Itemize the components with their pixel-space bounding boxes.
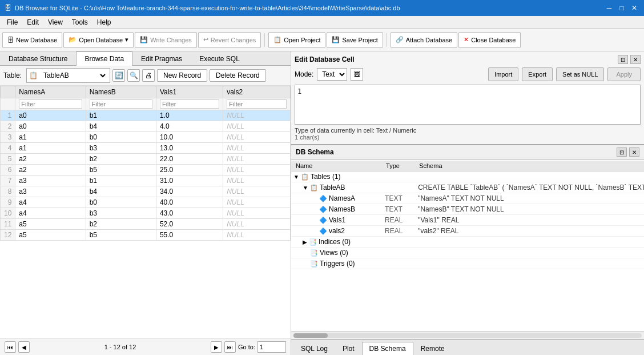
cell-namesb[interactable]: b3 [86, 208, 156, 219]
first-page-button[interactable]: ⏮ [5, 341, 16, 353]
col-header-namesb[interactable]: NamesB [86, 86, 156, 98]
expand-icon[interactable]: ▼ [293, 174, 299, 180]
cell-namesb[interactable]: b0 [86, 197, 156, 208]
close-button[interactable]: ✕ [629, 3, 639, 13]
cell-namesa[interactable]: a1 [15, 132, 86, 143]
filter-button[interactable]: 🔍 [127, 69, 140, 82]
mode-select[interactable]: Text [317, 68, 347, 81]
menu-edit[interactable]: Edit [22, 17, 43, 27]
menu-view[interactable]: View [43, 17, 67, 27]
cell-vals2[interactable]: NULL [223, 154, 291, 165]
cell-namesb[interactable]: b2 [86, 154, 156, 165]
cell-vals1[interactable]: 25.0 [156, 165, 223, 175]
filter-input-namesb[interactable] [90, 99, 152, 109]
next-page-button[interactable]: ▶ [211, 341, 222, 353]
table-select[interactable]: TableAB [39, 69, 107, 82]
col-header-vals1[interactable]: Vals1 [156, 86, 223, 98]
filter-vals2[interactable] [223, 98, 291, 110]
cell-namesb[interactable]: b5 [86, 230, 156, 241]
cell-vals2[interactable]: NULL [223, 230, 291, 241]
prev-page-button[interactable]: ◀ [18, 341, 30, 353]
table-row[interactable]: 3 a1 b0 10.0 NULL [1, 132, 291, 143]
apply-button[interactable]: Apply [607, 67, 641, 81]
cell-vals2[interactable]: NULL [223, 175, 291, 186]
cell-namesb[interactable]: b1 [86, 175, 156, 186]
cell-vals2[interactable]: NULL [223, 197, 291, 208]
cell-vals1[interactable]: 10.0 [156, 132, 223, 143]
cell-vals2[interactable]: NULL [223, 208, 291, 219]
table-row[interactable]: 12 a5 b5 55.0 NULL [1, 230, 291, 241]
cell-vals1[interactable]: 13.0 [156, 143, 223, 154]
open-project-button[interactable]: 📋 Open Project [268, 32, 325, 48]
schema-float-button[interactable]: ⊡ [617, 147, 627, 157]
set-null-button[interactable]: Set as NULL [556, 67, 604, 81]
cell-namesa[interactable]: a4 [15, 197, 86, 208]
img-view-button[interactable]: 🖼 [351, 68, 363, 81]
cell-vals2[interactable]: NULL [223, 186, 291, 197]
filter-namesb[interactable] [86, 98, 156, 110]
schema-row[interactable]: ▼📋Tables (1) [291, 171, 644, 182]
scroll-thumb[interactable] [293, 333, 328, 338]
cell-namesa[interactable]: a2 [15, 165, 86, 175]
table-row[interactable]: 9 a4 b0 40.0 NULL [1, 197, 291, 208]
print-button[interactable]: 🖨 [142, 69, 155, 82]
export-button[interactable]: Export [522, 67, 553, 81]
panel-float-button[interactable]: ⊡ [618, 55, 628, 64]
table-row[interactable]: 11 a5 b2 52.0 NULL [1, 219, 291, 230]
tab-db-schema[interactable]: DB Schema [362, 342, 413, 355]
schema-hscrollbar[interactable] [291, 331, 644, 339]
cell-namesa[interactable]: a1 [15, 143, 86, 154]
cell-vals1[interactable]: 40.0 [156, 197, 223, 208]
cell-namesa[interactable]: a2 [15, 154, 86, 165]
menu-file[interactable]: File [2, 17, 22, 27]
table-row[interactable]: 1 a0 b1 1.0 NULL [1, 110, 291, 121]
filter-namesa[interactable] [15, 98, 86, 110]
cell-vals1[interactable]: 34.0 [156, 186, 223, 197]
cell-namesa[interactable]: a4 [15, 208, 86, 219]
write-changes-button[interactable]: 💾 Write Changes [135, 32, 197, 48]
maximize-button[interactable]: □ [617, 3, 627, 13]
cell-vals2[interactable]: NULL [223, 110, 291, 121]
cell-vals1[interactable]: 4.0 [156, 121, 223, 132]
col-header-namesa[interactable]: NamesA [15, 86, 86, 98]
filter-input-vals1[interactable] [160, 99, 219, 109]
cell-namesa[interactable]: a5 [15, 230, 86, 241]
import-button[interactable]: Import [488, 67, 518, 81]
cell-namesb[interactable]: b4 [86, 121, 156, 132]
table-row[interactable]: 8 a3 b4 34.0 NULL [1, 186, 291, 197]
schema-close-button[interactable]: ✕ [629, 147, 639, 157]
schema-row[interactable]: 📑Triggers (0) [291, 258, 644, 269]
tab-database-structure[interactable]: Database Structure [0, 51, 76, 66]
filter-input-vals2[interactable] [227, 99, 287, 109]
new-record-button[interactable]: New Record [157, 69, 207, 82]
close-database-button[interactable]: ✕ Close Database [458, 32, 521, 48]
table-row[interactable]: 4 a1 b3 13.0 NULL [1, 143, 291, 154]
expand-icon[interactable]: ▼ [303, 185, 308, 191]
minimize-button[interactable]: ─ [604, 3, 614, 13]
cell-namesa[interactable]: a5 [15, 219, 86, 230]
col-header-vals2[interactable]: vals2 [223, 86, 291, 98]
cell-namesb[interactable]: b1 [86, 110, 156, 121]
save-project-button[interactable]: 💾 Save Project [327, 32, 383, 48]
cell-namesb[interactable]: b5 [86, 165, 156, 175]
cell-namesb[interactable]: b2 [86, 219, 156, 230]
filter-input-namesa[interactable] [19, 99, 82, 109]
delete-record-button[interactable]: Delete Record [210, 69, 266, 82]
revert-changes-button[interactable]: ↩ Revert Changes [198, 32, 261, 48]
schema-row[interactable]: ▼📋TableAB CREATE TABLE `TableAB` ( `Name… [291, 182, 644, 193]
schema-row[interactable]: 🔷NamesA TEXT "NamesA" TEXT NOT NULL [291, 193, 644, 204]
cell-namesa[interactable]: a3 [15, 186, 86, 197]
cell-vals2[interactable]: NULL [223, 219, 291, 230]
cell-vals2[interactable]: NULL [223, 121, 291, 132]
cell-vals1[interactable]: 1.0 [156, 110, 223, 121]
tab-plot[interactable]: Plot [335, 342, 362, 355]
schema-row[interactable]: 🔷Vals1 REAL "Vals1" REAL [291, 215, 644, 226]
menu-help[interactable]: Help [92, 17, 116, 27]
panel-close-button[interactable]: ✕ [630, 55, 641, 64]
table-row[interactable]: 7 a3 b1 31.0 NULL [1, 175, 291, 186]
cell-namesb[interactable]: b3 [86, 143, 156, 154]
tab-edit-pragmas[interactable]: Edit Pragmas [132, 51, 191, 66]
filter-vals1[interactable] [156, 98, 223, 110]
goto-input[interactable] [257, 341, 286, 353]
cell-namesa[interactable]: a0 [15, 110, 86, 121]
